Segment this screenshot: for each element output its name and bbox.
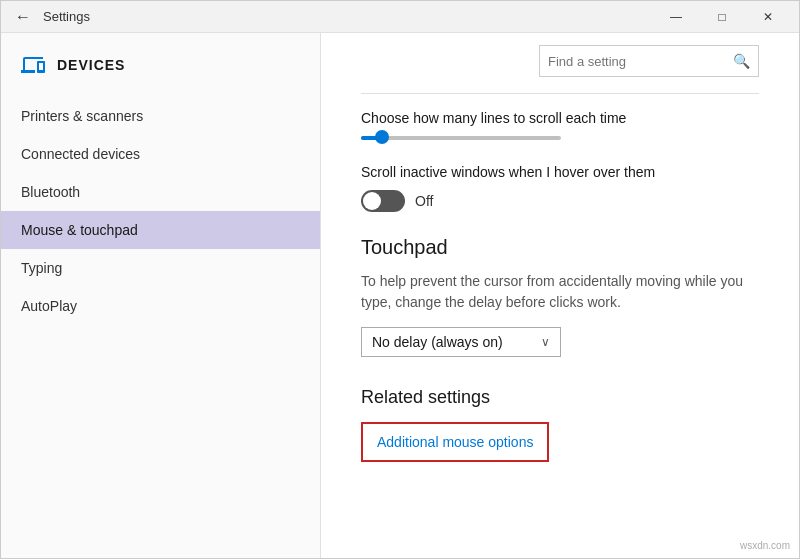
touchpad-delay-setting: No delay (always on) ∨ <box>361 327 759 357</box>
additional-mouse-options-link[interactable]: Additional mouse options <box>377 434 533 450</box>
sidebar: DEVICES Printers & scanners Connected de… <box>1 33 321 558</box>
sidebar-item-autoplay[interactable]: AutoPlay <box>1 287 320 325</box>
scroll-inactive-setting: Scroll inactive windows when I hover ove… <box>361 164 759 212</box>
sidebar-item-printers[interactable]: Printers & scanners <box>1 97 320 135</box>
content-area: DEVICES Printers & scanners Connected de… <box>1 33 799 558</box>
maximize-icon: □ <box>718 10 725 24</box>
scroll-inactive-label: Scroll inactive windows when I hover ove… <box>361 164 759 180</box>
additional-mouse-options-box[interactable]: Additional mouse options <box>361 422 549 462</box>
close-button[interactable]: ✕ <box>745 1 791 33</box>
scroll-lines-label: Choose how many lines to scroll each tim… <box>361 110 759 126</box>
sidebar-title: DEVICES <box>57 57 125 73</box>
close-icon: ✕ <box>763 10 773 24</box>
toggle-knob <box>363 192 381 210</box>
slider-thumb[interactable] <box>375 130 389 144</box>
search-bar[interactable]: 🔍 <box>539 45 759 77</box>
touchpad-description: To help prevent the cursor from accident… <box>361 271 759 313</box>
devices-icon <box>21 53 45 77</box>
touchpad-heading: Touchpad <box>361 236 759 259</box>
window-controls: — □ ✕ <box>653 1 791 33</box>
sidebar-nav: Printers & scanners Connected devices Bl… <box>1 93 320 558</box>
scroll-slider-track[interactable] <box>361 136 561 140</box>
top-divider <box>361 93 759 94</box>
main-content: 🔍 Choose how many lines to scroll each t… <box>321 33 799 558</box>
back-button[interactable]: ← <box>9 3 37 31</box>
minimize-icon: — <box>670 10 682 24</box>
sidebar-item-connected[interactable]: Connected devices <box>1 135 320 173</box>
titlebar-title: Settings <box>43 9 90 24</box>
toggle-state-label: Off <box>415 193 433 209</box>
search-icon: 🔍 <box>733 53 750 69</box>
chevron-down-icon: ∨ <box>541 335 550 349</box>
scroll-inactive-toggle[interactable] <box>361 190 405 212</box>
delay-dropdown[interactable]: No delay (always on) ∨ <box>361 327 561 357</box>
maximize-button[interactable]: □ <box>699 1 745 33</box>
titlebar: ← Settings — □ ✕ <box>1 1 799 33</box>
back-icon: ← <box>15 8 31 26</box>
search-input[interactable] <box>548 54 733 69</box>
sidebar-item-bluetooth[interactable]: Bluetooth <box>1 173 320 211</box>
related-settings-heading: Related settings <box>361 387 759 408</box>
minimize-button[interactable]: — <box>653 1 699 33</box>
search-bar-container: 🔍 <box>361 33 759 93</box>
dropdown-value: No delay (always on) <box>372 334 503 350</box>
sidebar-header: DEVICES <box>1 33 320 93</box>
sidebar-item-typing[interactable]: Typing <box>1 249 320 287</box>
settings-window: ← Settings — □ ✕ DEVICES Prin <box>0 0 800 559</box>
sidebar-item-mouse[interactable]: Mouse & touchpad <box>1 211 320 249</box>
scroll-lines-setting: Choose how many lines to scroll each tim… <box>361 110 759 140</box>
toggle-container: Off <box>361 190 759 212</box>
